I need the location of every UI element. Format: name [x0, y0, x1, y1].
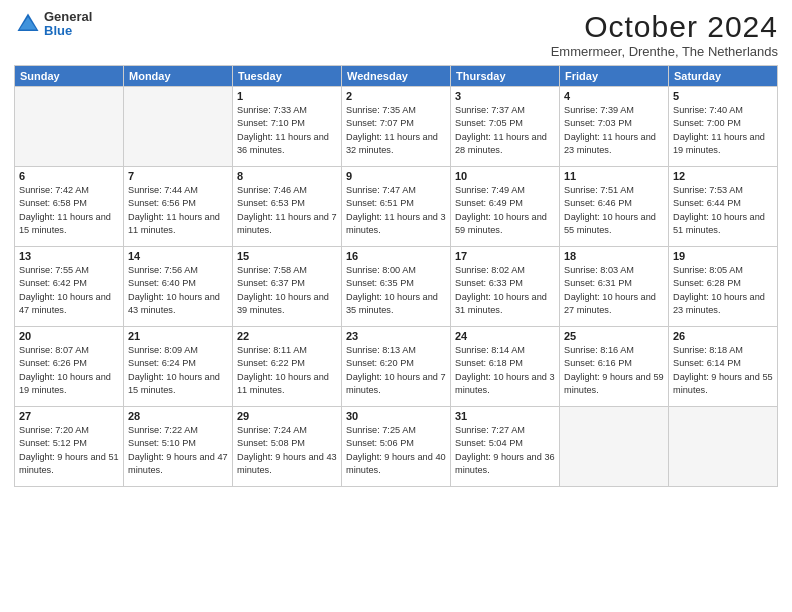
day-cell: 21Sunrise: 8:09 AM Sunset: 6:24 PM Dayli… [124, 327, 233, 407]
day-number: 24 [455, 330, 555, 342]
day-cell [560, 407, 669, 487]
day-cell: 19Sunrise: 8:05 AM Sunset: 6:28 PM Dayli… [669, 247, 778, 327]
weekday-header-friday: Friday [560, 66, 669, 87]
day-cell: 26Sunrise: 8:18 AM Sunset: 6:14 PM Dayli… [669, 327, 778, 407]
day-cell: 5Sunrise: 7:40 AM Sunset: 7:00 PM Daylig… [669, 87, 778, 167]
day-cell: 6Sunrise: 7:42 AM Sunset: 6:58 PM Daylig… [15, 167, 124, 247]
day-number: 13 [19, 250, 119, 262]
day-info: Sunrise: 8:00 AM Sunset: 6:35 PM Dayligh… [346, 264, 446, 317]
day-number: 21 [128, 330, 228, 342]
week-row-0: 1Sunrise: 7:33 AM Sunset: 7:10 PM Daylig… [15, 87, 778, 167]
day-info: Sunrise: 8:09 AM Sunset: 6:24 PM Dayligh… [128, 344, 228, 397]
day-number: 28 [128, 410, 228, 422]
day-number: 18 [564, 250, 664, 262]
day-cell: 30Sunrise: 7:25 AM Sunset: 5:06 PM Dayli… [342, 407, 451, 487]
day-number: 11 [564, 170, 664, 182]
day-cell: 29Sunrise: 7:24 AM Sunset: 5:08 PM Dayli… [233, 407, 342, 487]
day-info: Sunrise: 7:46 AM Sunset: 6:53 PM Dayligh… [237, 184, 337, 237]
day-info: Sunrise: 7:33 AM Sunset: 7:10 PM Dayligh… [237, 104, 337, 157]
week-row-1: 6Sunrise: 7:42 AM Sunset: 6:58 PM Daylig… [15, 167, 778, 247]
day-number: 2 [346, 90, 446, 102]
day-cell: 18Sunrise: 8:03 AM Sunset: 6:31 PM Dayli… [560, 247, 669, 327]
day-cell: 10Sunrise: 7:49 AM Sunset: 6:49 PM Dayli… [451, 167, 560, 247]
day-number: 3 [455, 90, 555, 102]
day-info: Sunrise: 7:40 AM Sunset: 7:00 PM Dayligh… [673, 104, 773, 157]
weekday-header-wednesday: Wednesday [342, 66, 451, 87]
month-title: October 2024 [551, 10, 778, 44]
logo-icon [14, 10, 42, 38]
day-info: Sunrise: 8:16 AM Sunset: 6:16 PM Dayligh… [564, 344, 664, 397]
day-info: Sunrise: 7:44 AM Sunset: 6:56 PM Dayligh… [128, 184, 228, 237]
day-cell [669, 407, 778, 487]
day-info: Sunrise: 7:22 AM Sunset: 5:10 PM Dayligh… [128, 424, 228, 477]
day-cell: 28Sunrise: 7:22 AM Sunset: 5:10 PM Dayli… [124, 407, 233, 487]
day-cell: 8Sunrise: 7:46 AM Sunset: 6:53 PM Daylig… [233, 167, 342, 247]
day-number: 26 [673, 330, 773, 342]
weekday-header-sunday: Sunday [15, 66, 124, 87]
weekday-header-thursday: Thursday [451, 66, 560, 87]
day-number: 29 [237, 410, 337, 422]
week-row-3: 20Sunrise: 8:07 AM Sunset: 6:26 PM Dayli… [15, 327, 778, 407]
logo: General Blue [14, 10, 92, 39]
day-number: 14 [128, 250, 228, 262]
day-info: Sunrise: 8:14 AM Sunset: 6:18 PM Dayligh… [455, 344, 555, 397]
day-info: Sunrise: 7:55 AM Sunset: 6:42 PM Dayligh… [19, 264, 119, 317]
day-cell: 20Sunrise: 8:07 AM Sunset: 6:26 PM Dayli… [15, 327, 124, 407]
day-number: 5 [673, 90, 773, 102]
weekday-header-row: SundayMondayTuesdayWednesdayThursdayFrid… [15, 66, 778, 87]
day-info: Sunrise: 7:25 AM Sunset: 5:06 PM Dayligh… [346, 424, 446, 477]
day-number: 1 [237, 90, 337, 102]
day-number: 12 [673, 170, 773, 182]
title-block: October 2024 Emmermeer, Drenthe, The Net… [551, 10, 778, 59]
logo-text: General Blue [44, 10, 92, 39]
day-info: Sunrise: 7:49 AM Sunset: 6:49 PM Dayligh… [455, 184, 555, 237]
day-number: 27 [19, 410, 119, 422]
day-cell: 23Sunrise: 8:13 AM Sunset: 6:20 PM Dayli… [342, 327, 451, 407]
logo-blue: Blue [44, 24, 92, 38]
day-cell: 24Sunrise: 8:14 AM Sunset: 6:18 PM Dayli… [451, 327, 560, 407]
day-number: 22 [237, 330, 337, 342]
weekday-header-saturday: Saturday [669, 66, 778, 87]
day-cell: 4Sunrise: 7:39 AM Sunset: 7:03 PM Daylig… [560, 87, 669, 167]
day-cell: 2Sunrise: 7:35 AM Sunset: 7:07 PM Daylig… [342, 87, 451, 167]
week-row-2: 13Sunrise: 7:55 AM Sunset: 6:42 PM Dayli… [15, 247, 778, 327]
day-cell: 3Sunrise: 7:37 AM Sunset: 7:05 PM Daylig… [451, 87, 560, 167]
weekday-header-tuesday: Tuesday [233, 66, 342, 87]
day-info: Sunrise: 8:07 AM Sunset: 6:26 PM Dayligh… [19, 344, 119, 397]
calendar-table: SundayMondayTuesdayWednesdayThursdayFrid… [14, 65, 778, 487]
day-number: 16 [346, 250, 446, 262]
day-cell: 15Sunrise: 7:58 AM Sunset: 6:37 PM Dayli… [233, 247, 342, 327]
day-info: Sunrise: 7:27 AM Sunset: 5:04 PM Dayligh… [455, 424, 555, 477]
day-cell: 14Sunrise: 7:56 AM Sunset: 6:40 PM Dayli… [124, 247, 233, 327]
weekday-header-monday: Monday [124, 66, 233, 87]
day-info: Sunrise: 7:20 AM Sunset: 5:12 PM Dayligh… [19, 424, 119, 477]
day-cell: 16Sunrise: 8:00 AM Sunset: 6:35 PM Dayli… [342, 247, 451, 327]
day-number: 6 [19, 170, 119, 182]
day-number: 23 [346, 330, 446, 342]
day-info: Sunrise: 7:24 AM Sunset: 5:08 PM Dayligh… [237, 424, 337, 477]
day-cell: 12Sunrise: 7:53 AM Sunset: 6:44 PM Dayli… [669, 167, 778, 247]
day-cell: 1Sunrise: 7:33 AM Sunset: 7:10 PM Daylig… [233, 87, 342, 167]
day-number: 31 [455, 410, 555, 422]
day-info: Sunrise: 8:11 AM Sunset: 6:22 PM Dayligh… [237, 344, 337, 397]
logo-general: General [44, 10, 92, 24]
day-info: Sunrise: 8:18 AM Sunset: 6:14 PM Dayligh… [673, 344, 773, 397]
day-info: Sunrise: 7:58 AM Sunset: 6:37 PM Dayligh… [237, 264, 337, 317]
day-info: Sunrise: 7:35 AM Sunset: 7:07 PM Dayligh… [346, 104, 446, 157]
day-number: 25 [564, 330, 664, 342]
day-cell: 9Sunrise: 7:47 AM Sunset: 6:51 PM Daylig… [342, 167, 451, 247]
day-number: 7 [128, 170, 228, 182]
day-cell: 11Sunrise: 7:51 AM Sunset: 6:46 PM Dayli… [560, 167, 669, 247]
day-info: Sunrise: 7:53 AM Sunset: 6:44 PM Dayligh… [673, 184, 773, 237]
page: General Blue October 2024 Emmermeer, Dre… [0, 0, 792, 612]
subtitle: Emmermeer, Drenthe, The Netherlands [551, 44, 778, 59]
day-info: Sunrise: 7:51 AM Sunset: 6:46 PM Dayligh… [564, 184, 664, 237]
day-cell: 17Sunrise: 8:02 AM Sunset: 6:33 PM Dayli… [451, 247, 560, 327]
day-cell: 13Sunrise: 7:55 AM Sunset: 6:42 PM Dayli… [15, 247, 124, 327]
day-number: 9 [346, 170, 446, 182]
day-number: 17 [455, 250, 555, 262]
day-cell: 31Sunrise: 7:27 AM Sunset: 5:04 PM Dayli… [451, 407, 560, 487]
day-cell: 27Sunrise: 7:20 AM Sunset: 5:12 PM Dayli… [15, 407, 124, 487]
day-cell [124, 87, 233, 167]
day-info: Sunrise: 8:05 AM Sunset: 6:28 PM Dayligh… [673, 264, 773, 317]
